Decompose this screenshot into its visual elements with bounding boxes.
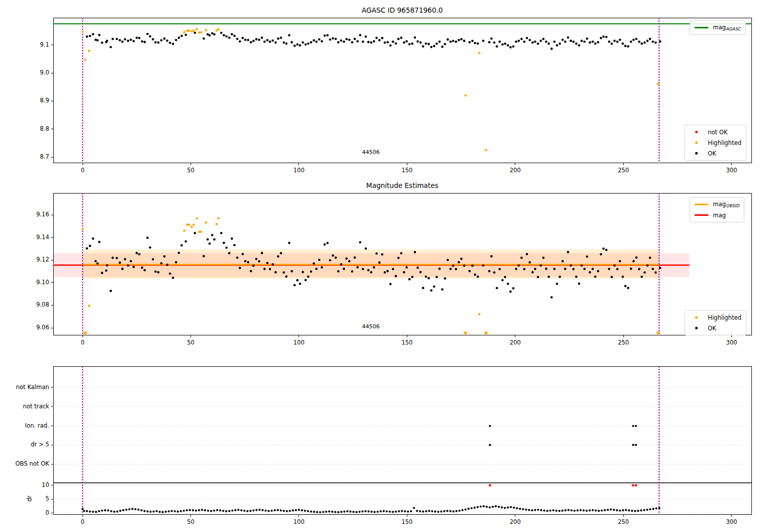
x-tick-label: 250 [618,167,629,174]
legend-status-top-entry: OK [688,148,741,159]
y-tick-mark [51,73,53,73]
x-tick-mark [83,515,83,517]
x-tick-label: 100 [293,167,305,174]
x-tick-label: 50 [187,518,195,525]
legend-line-swatch-icon [693,214,710,215]
y-tick-mark [51,157,53,158]
y-tick-mark [51,45,53,45]
plot-middle-canvas [53,193,752,335]
dr-tick-label: 0 [20,509,49,516]
x-tick-mark [191,163,191,165]
legend-label: magOBSID [713,201,739,208]
x-tick-label: 150 [401,167,412,174]
x-tick-label: 100 [293,339,305,346]
y-tick-label: 9.10 [20,279,49,286]
legend-label: not OK [708,129,728,136]
y-tick-mark [51,215,53,215]
flag-row-label: not track [3,403,49,410]
y-tick-mark [51,513,53,513]
y-tick-mark [51,282,53,283]
x-tick-label: 300 [726,518,737,525]
x-tick-label: 0 [81,518,84,525]
legend-mag-obsid-entry: mag [693,210,739,220]
x-tick-mark [515,163,515,165]
y-tick-label: 8.9 [20,97,49,104]
y-tick-mark [51,260,53,260]
x-tick-mark [731,335,732,337]
legend-label: magAGASC [713,24,741,31]
y-tick-mark [51,499,53,500]
plot-middle-title: Magnitude Estimates [366,181,438,189]
x-tick-label: 300 [726,167,737,174]
x-tick-mark [623,335,624,337]
legend-label: mag [713,212,726,219]
dr-tick-label: 10 [20,481,49,488]
x-tick-label: 200 [510,518,521,525]
x-tick-label: 100 [293,518,305,525]
legend-label: Highlighted [708,139,741,146]
y-tick-mark [51,129,53,129]
x-tick-label: 300 [726,339,737,346]
x-tick-mark [407,163,407,165]
x-tick-mark [83,335,83,337]
x-tick-mark [83,163,83,165]
x-tick-mark [191,515,191,517]
y-tick-mark [51,387,53,388]
legend-status-middle-entry: Highlighted [688,312,741,323]
y-tick-label: 9.0 [20,69,49,76]
x-tick-label: 0 [81,167,84,174]
y-tick-label: 9.1 [20,41,49,48]
legend-dot-icon [688,141,705,144]
legend-label: Highlighted [708,314,741,321]
x-tick-mark [515,335,515,337]
y-tick-mark [51,426,53,426]
y-tick-label: 8.7 [20,153,49,160]
y-tick-label: 9.06 [20,324,49,331]
y-tick-label: 8.8 [20,125,49,132]
x-tick-label: 0 [81,339,84,346]
legend-dot-icon [688,152,705,155]
y-tick-mark [51,406,53,407]
x-tick-mark [191,335,191,337]
x-tick-mark [298,163,299,165]
flag-row-label: Ion. rad. [3,422,49,429]
y-tick-mark [51,328,53,328]
legend-status-top-entry: Highlighted [688,137,741,148]
legend-line-swatch-icon [693,27,710,28]
x-tick-label: 150 [401,339,412,346]
plot-bottom-canvas [53,366,752,515]
x-tick-mark [298,515,299,517]
x-tick-label: 200 [510,339,521,346]
x-tick-mark [623,163,624,165]
legend-label: OK [708,150,716,157]
legend-mag-agasc: magAGASC [690,20,746,35]
x-tick-mark [298,335,299,337]
x-tick-mark [731,163,732,165]
y-tick-mark [51,445,53,445]
legend-line-swatch-icon [693,204,710,205]
flag-row-label: OBS not OK [3,460,49,467]
figure: AGASC ID 965871960.0 Magnitude Estimates… [0,0,760,532]
y-tick-mark [51,485,53,485]
y-tick-mark [51,101,53,101]
y-tick-label: 9.16 [20,211,49,218]
plot-top-canvas [53,18,752,163]
y-tick-label: 9.08 [20,301,49,308]
legend-status-top: not OKHighlightedOK [685,125,746,161]
legend-dot-icon [688,316,705,319]
x-tick-mark [515,515,515,517]
x-tick-label: 250 [618,339,629,346]
y-tick-mark [51,305,53,306]
x-tick-label: 50 [187,339,195,346]
obsid-annotation-middle: 44506 [362,323,380,330]
plot-top-title: AGASC ID 965871960.0 [362,6,443,14]
x-tick-mark [731,515,732,517]
legend-status-middle-entry: OK [688,323,741,333]
legend-mag-obsid-entry: magOBSID [693,199,739,210]
x-tick-label: 150 [401,518,412,525]
y-tick-mark [51,237,53,238]
y-tick-label: 9.14 [20,234,49,241]
x-tick-mark [407,515,407,517]
x-tick-label: 50 [187,167,195,174]
legend-mag-agasc-entry: magAGASC [693,22,741,33]
